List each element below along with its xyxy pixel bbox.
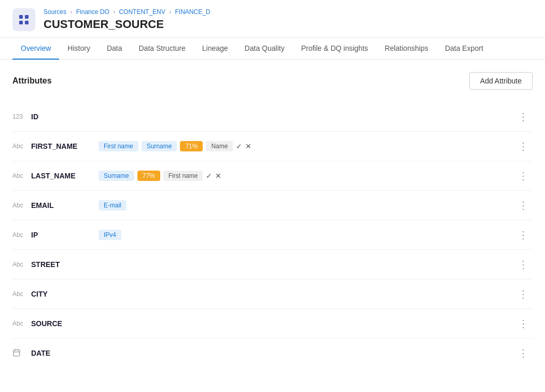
tag-ipv4[interactable]: IPv4 [99, 230, 121, 240]
attribute-menu-city[interactable]: ⋮ [514, 287, 533, 301]
attribute-tags-last-name: Surname 77% First name ✓ ✕ [99, 171, 514, 181]
type-icon-source: Abc [12, 320, 31, 327]
type-icon-street: Abc [12, 261, 31, 268]
attribute-menu-id[interactable]: ⋮ [514, 109, 533, 124]
header-text: Sources › Finance DO › CONTENT_ENV › FIN… [44, 8, 210, 31]
add-attribute-button[interactable]: Add Attribute [469, 72, 533, 90]
attribute-name-street[interactable]: STREET [31, 260, 99, 269]
attribute-name-last-name[interactable]: LAST_NAME [31, 172, 99, 180]
attribute-name-source[interactable]: SOURCE [31, 319, 99, 328]
entity-icon [12, 8, 35, 31]
attribute-menu-street[interactable]: ⋮ [514, 257, 533, 272]
type-icon-first-name: Abc [12, 143, 31, 150]
confirm-icon[interactable]: ✓ [236, 142, 242, 150]
tab-overview[interactable]: Overview [12, 38, 59, 60]
attribute-row-first-name: Abc FIRST_NAME First name Surname 71% Na… [12, 132, 533, 161]
dismiss-icon[interactable]: ✕ [245, 142, 251, 150]
tab-history[interactable]: History [59, 38, 99, 60]
attribute-row-city: Abc CITY ⋮ [12, 279, 533, 309]
tab-lineage[interactable]: Lineage [194, 38, 236, 60]
attribute-name-date[interactable]: DATE [31, 349, 99, 357]
tag-name[interactable]: Name [206, 141, 233, 151]
type-icon-email: Abc [12, 202, 31, 209]
attribute-menu-last-name[interactable]: ⋮ [514, 169, 533, 183]
attribute-name-ip[interactable]: IP [31, 231, 99, 239]
attribute-name-city[interactable]: CITY [31, 290, 99, 298]
attribute-name-email[interactable]: EMAIL [31, 201, 99, 209]
attribute-row-source: Abc SOURCE ⋮ [12, 309, 533, 339]
attribute-menu-source[interactable]: ⋮ [514, 316, 533, 331]
tag-first-name-ln[interactable]: First name [163, 171, 203, 181]
tab-bar: Overview History Data Data Structure Lin… [0, 38, 545, 60]
tab-profile-dq-insights[interactable]: Profile & DQ insights [293, 38, 376, 60]
svg-rect-0 [19, 15, 23, 19]
attributes-header: Attributes Add Attribute [12, 72, 533, 90]
type-icon-city: Abc [12, 290, 31, 298]
attribute-menu-first-name[interactable]: ⋮ [514, 139, 533, 153]
svg-rect-4 [13, 349, 20, 356]
dismiss-icon-ln[interactable]: ✕ [215, 172, 221, 180]
attributes-title: Attributes [12, 76, 52, 86]
attribute-row-ip: Abc IP IPv4 ⋮ [12, 220, 533, 250]
tag-email[interactable]: E-mail [99, 200, 127, 211]
tab-data-structure[interactable]: Data Structure [131, 38, 194, 60]
attribute-menu-email[interactable]: ⋮ [514, 198, 533, 213]
confirm-icon-ln[interactable]: ✓ [206, 172, 212, 180]
type-icon-last-name: Abc [12, 172, 31, 179]
attribute-tags-first-name: First name Surname 71% Name ✓ ✕ [99, 141, 514, 151]
attribute-row-id: 123 ID ⋮ [12, 102, 533, 132]
tag-surname[interactable]: Surname [142, 141, 177, 151]
attribute-tags-ip: IPv4 [99, 230, 514, 240]
attribute-row-date: DATE ⋮ [12, 339, 533, 368]
tag-first-name[interactable]: First name [99, 141, 138, 151]
attribute-name-first-name[interactable]: FIRST_NAME [31, 142, 99, 150]
attribute-row-last-name: Abc LAST_NAME Surname 77% First name ✓ ✕… [12, 161, 533, 191]
tab-data-quality[interactable]: Data Quality [236, 38, 293, 60]
tag-71-percent: 71% [180, 141, 203, 151]
tab-data[interactable]: Data [99, 38, 131, 60]
attribute-row-email: Abc EMAIL E-mail ⋮ [12, 191, 533, 220]
svg-rect-1 [25, 15, 29, 19]
type-icon-date [12, 348, 31, 358]
breadcrumb-content-env[interactable]: CONTENT_ENV [119, 8, 165, 16]
tab-data-export[interactable]: Data Export [437, 38, 492, 60]
breadcrumb-sources[interactable]: Sources [44, 8, 66, 16]
svg-rect-3 [25, 21, 29, 24]
type-icon-id: 123 [12, 113, 31, 120]
tag-77-percent: 77% [137, 171, 160, 181]
attribute-name-id[interactable]: ID [31, 113, 99, 121]
tag-surname-ln[interactable]: Surname [99, 171, 134, 181]
main-content: Attributes Add Attribute 123 ID ⋮ Abc FI… [0, 60, 545, 380]
breadcrumb-finance-d[interactable]: FINANCE_D [175, 8, 210, 16]
page-title: CUSTOMER_SOURCE [44, 18, 210, 31]
attribute-row-street: Abc STREET ⋮ [12, 250, 533, 279]
breadcrumb-finance-do[interactable]: Finance DO [76, 8, 109, 16]
svg-rect-2 [19, 21, 23, 24]
page-header: Sources › Finance DO › CONTENT_ENV › FIN… [0, 0, 545, 38]
tab-relationships[interactable]: Relationships [376, 38, 437, 60]
breadcrumb: Sources › Finance DO › CONTENT_ENV › FIN… [44, 8, 210, 16]
attribute-menu-date[interactable]: ⋮ [514, 346, 533, 360]
type-icon-ip: Abc [12, 231, 31, 239]
attribute-tags-email: E-mail [99, 200, 514, 211]
attribute-menu-ip[interactable]: ⋮ [514, 228, 533, 242]
